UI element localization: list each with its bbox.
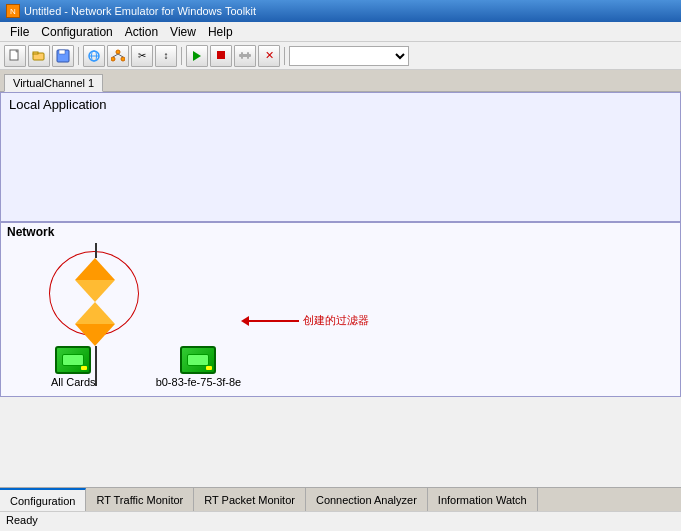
content-area: Local Application Network [0,92,681,531]
svg-line-13 [118,54,123,57]
new-button[interactable] [4,45,26,67]
tab-virtualchannel1[interactable]: VirtualChannel 1 [4,74,103,92]
card-all-cards[interactable]: All Cards [51,346,96,388]
svg-rect-16 [239,54,251,57]
filter-bottom-diamond [75,302,115,346]
filter-annotation-text: 创建的过滤器 [303,313,369,328]
svg-point-9 [116,50,120,54]
card-label-all: All Cards [51,376,96,388]
menu-file[interactable]: File [4,23,35,41]
svg-rect-3 [33,52,38,54]
svg-line-12 [113,54,118,57]
toolbar: ✂ ↕ ✕ [0,42,681,70]
separator-1 [78,47,79,65]
title-bar-text: Untitled - Network Emulator for Windows … [24,5,256,17]
menu-help[interactable]: Help [202,23,239,41]
sort-button[interactable]: ↕ [155,45,177,67]
svg-point-10 [111,57,115,61]
status-bar: Ready [0,511,681,531]
local-app-label: Local Application [1,93,680,116]
connector-top [95,243,97,258]
status-text: Ready [6,514,38,526]
stop-button[interactable] [210,45,232,67]
topology-button[interactable] [107,45,129,67]
bottom-tab-rt-traffic[interactable]: RT Traffic Monitor [86,488,194,511]
svg-rect-15 [217,51,225,59]
arrow-head [241,316,249,326]
cards-container: All Cards b0-83-fe-75-3f-8e [51,346,241,388]
open-button[interactable] [28,45,50,67]
card-label-b083: b0-83-fe-75-3f-8e [156,376,242,388]
settings-button[interactable] [234,45,256,67]
separator-3 [284,47,285,65]
menu-configuration[interactable]: Configuration [35,23,118,41]
network-section: Network 创建的过滤器 [0,222,681,397]
title-bar-icon: N [6,4,20,18]
bottom-tab-connection[interactable]: Connection Analyzer [306,488,428,511]
separator-2 [181,47,182,65]
card-icon-b083 [180,346,216,374]
card-b0-83[interactable]: b0-83-fe-75-3f-8e [156,346,242,388]
arrow-line [249,320,299,322]
close-x-button[interactable]: ✕ [258,45,280,67]
local-app-section: Local Application [0,92,681,222]
svg-marker-14 [193,51,201,61]
network-label: Network [1,223,680,241]
menu-view[interactable]: View [164,23,202,41]
svg-rect-5 [59,50,65,54]
svg-rect-18 [247,52,249,59]
filter-top-diamond [75,258,115,302]
menu-action[interactable]: Action [119,23,164,41]
tab-strip: VirtualChannel 1 [0,70,681,92]
play-button[interactable] [186,45,208,67]
save-button[interactable] [52,45,74,67]
bottom-tab-configuration[interactable]: Configuration [0,488,86,511]
bottom-tab-information[interactable]: Information Watch [428,488,538,511]
svg-rect-17 [241,52,243,59]
bottom-tabs: Configuration RT Traffic Monitor RT Pack… [0,487,681,511]
card-icon-all [55,346,91,374]
globe-button[interactable] [83,45,105,67]
arrow-group: 创建的过滤器 [241,313,369,328]
bottom-tab-rt-packet[interactable]: RT Packet Monitor [194,488,306,511]
menu-bar: File Configuration Action View Help [0,22,681,42]
channel-dropdown[interactable] [289,46,409,66]
svg-point-11 [121,57,125,61]
title-bar: N Untitled - Network Emulator for Window… [0,0,681,22]
cut-button[interactable]: ✂ [131,45,153,67]
